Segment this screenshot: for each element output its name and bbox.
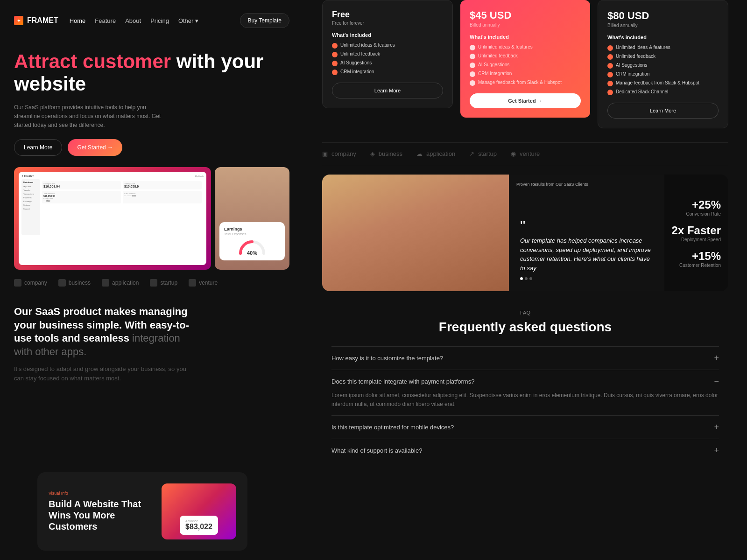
faq-q2-text: Does this template integrate with paymen…	[331, 378, 474, 385]
faq-q3-text: Is this template optimized for mobile de…	[331, 424, 454, 431]
testimonial-image	[322, 175, 509, 291]
plan45-feat-3: AI Suggestions	[470, 62, 581, 68]
brand-application: application	[102, 279, 139, 287]
right-business-label: business	[379, 150, 402, 157]
logo[interactable]: ✦ FRAMET	[14, 16, 58, 25]
plan45-feat-1: Unlimited ideas & features	[470, 44, 581, 50]
testimonial-section: Proven Results from Our SaaS Clients " O…	[322, 175, 728, 291]
startup-icon	[150, 279, 157, 287]
plan80-feat-5: Manage feedback from Slack & Hubspot	[607, 80, 719, 86]
brand-strip: company business application startup ven…	[0, 270, 303, 296]
plan80-button[interactable]: Learn More	[607, 103, 719, 119]
plan80-feat-3: AI Suggestions	[607, 63, 719, 69]
faq-q1-icon	[714, 353, 719, 363]
free-plan-button[interactable]: Learn More	[332, 83, 443, 98]
stat-retention: +15% Customer Retention	[672, 250, 721, 268]
get-started-button[interactable]: Get Started →	[68, 139, 122, 156]
gauge-label: 40%	[247, 250, 257, 256]
gauge-chart: 40%	[238, 239, 266, 256]
plan45-feat-2: Unlimited feedback	[470, 53, 581, 59]
right-brand-business: ◈ business	[370, 150, 402, 157]
plan80-feat-2: Unlimited feedback	[607, 54, 719, 60]
brand-business-label: business	[69, 280, 91, 286]
d-main: Savings Card $16,058.94 Trading Card $16…	[40, 179, 204, 235]
faq-answer-2: Lorem ipsum dolor sit amet, consectetur …	[331, 391, 719, 409]
learn-more-button[interactable]: Learn More	[14, 139, 62, 156]
testimonial-content: Proven Results from Our SaaS Clients " O…	[509, 175, 664, 291]
plan80-feat-1: Unlimited ideas & features	[607, 45, 719, 51]
faq-item-2: Does this template integrate with paymen…	[331, 370, 719, 415]
free-feat-4: CRM integration	[332, 69, 443, 75]
hero-description: Our SaaS platform provides intuitive too…	[14, 103, 163, 130]
carousel-dots	[520, 277, 653, 280]
nav-pricing[interactable]: Pricing	[150, 17, 169, 24]
hero-images: ✦ FRAMET My Cards Dashboard My Cards Tra…	[14, 167, 289, 270]
dashboard-content: Dashboard My Cards Transfer Transactions…	[21, 179, 204, 235]
navbar: ✦ FRAMET Home Feature About Pricing Othe…	[0, 0, 303, 41]
advance-card: Advance $83,022	[180, 516, 218, 535]
logo-icon: ✦	[14, 16, 23, 25]
dot-2[interactable]	[525, 277, 528, 280]
visual-info-badge: Visual Info	[49, 491, 152, 496]
stat-deployment-label: Deployment Speed	[672, 237, 721, 242]
plan80-feat-6: Dedicated Slack Channel	[607, 89, 719, 95]
hero-buttons: Learn More Get Started →	[14, 139, 289, 156]
brand-business: business	[58, 279, 91, 287]
faq-question-4[interactable]: What kind of support is available?	[331, 446, 719, 455]
right-business-icon: ◈	[370, 150, 375, 157]
stat-retention-label: Customer Retention	[672, 263, 721, 268]
faq-question-3[interactable]: Is this template optimized for mobile de…	[331, 422, 719, 432]
proven-badge: Proven Results from Our SaaS Clients	[516, 182, 588, 187]
business-icon	[58, 279, 66, 287]
right-brand-venture: ◉ venture	[511, 150, 540, 157]
nav-home[interactable]: Home	[70, 17, 86, 24]
right-application-label: application	[426, 150, 455, 157]
dashboard-preview: ✦ FRAMET My Cards Dashboard My Cards Tra…	[14, 167, 211, 270]
right-company-icon: ▣	[322, 150, 328, 157]
nav-about[interactable]: About	[125, 17, 141, 24]
right-panel: Free Free for forever What's included Un…	[303, 0, 747, 560]
hero-highlight: Attract customer	[14, 50, 171, 72]
plan45-feat-5: Manage feedback from Slack & Hubspot	[470, 80, 581, 86]
pricing-section: Free Free for forever What's included Un…	[322, 0, 728, 128]
d-sidebar: Dashboard My Cards Transfer Transactions…	[21, 179, 40, 235]
pricing-free: Free Free for forever What's included Un…	[322, 0, 453, 108]
faq-q2-icon	[714, 377, 719, 386]
pricing-80: $80 USD Billed annually What's included …	[598, 0, 728, 128]
nav-other[interactable]: Other ▾	[178, 17, 198, 24]
pricing-45: $45 USD Billed annually What's included …	[460, 0, 590, 118]
earnings-title: Earnings	[224, 227, 280, 231]
bottom-card: Visual Info Build A Website That Wins Yo…	[37, 472, 247, 551]
dashboard-mockup: ✦ FRAMET My Cards Dashboard My Cards Tra…	[19, 172, 206, 265]
plan45-billing: Billed annually	[470, 22, 581, 28]
faq-q1-text: How easy is it to customize the template…	[331, 355, 443, 362]
free-features: Unlimited ideas & features Unlimited fee…	[332, 42, 443, 75]
right-venture-icon: ◉	[511, 150, 516, 157]
faq-question-1[interactable]: How easy is it to customize the template…	[331, 353, 719, 363]
dot-3[interactable]	[529, 277, 532, 280]
earnings-card: Earnings Total Expenses 40%	[219, 222, 285, 260]
right-brand-startup: ↗ startup	[469, 150, 497, 157]
nav-feature[interactable]: Feature	[95, 17, 116, 24]
plan45-button[interactable]: Get Started →	[470, 93, 581, 108]
free-feat-2: Unlimited feedback	[332, 51, 443, 57]
saas-section: Our SaaS product makes managing your bus…	[0, 296, 303, 393]
buy-template-button[interactable]: Buy Template	[240, 13, 290, 28]
faq-question-2[interactable]: Does this template integrate with paymen…	[331, 377, 719, 386]
right-startup-label: startup	[478, 150, 497, 157]
plan45-feat-4: CRM integration	[470, 71, 581, 77]
right-brand-company: ▣ company	[322, 150, 356, 157]
faq-section: FAQ Frequently asked questions How easy …	[322, 310, 728, 462]
stat-deployment-value: 2x Faster	[672, 224, 721, 237]
faq-q4-text: What kind of support is available?	[331, 447, 422, 454]
dot-1[interactable]	[520, 277, 523, 280]
hero-title: Attract customer with your website	[14, 50, 289, 96]
faq-title: Frequently asked questions	[331, 319, 719, 335]
right-venture-label: venture	[520, 150, 540, 157]
dashboard-header: ✦ FRAMET My Cards	[21, 175, 204, 177]
plan80-billing: Billed annually	[607, 23, 719, 28]
brand-venture-label: venture	[199, 280, 218, 286]
stat-deployment: 2x Faster Deployment Speed	[672, 224, 721, 242]
faq-q4-icon	[714, 446, 719, 455]
plan80-amount: $80 USD	[607, 10, 719, 22]
